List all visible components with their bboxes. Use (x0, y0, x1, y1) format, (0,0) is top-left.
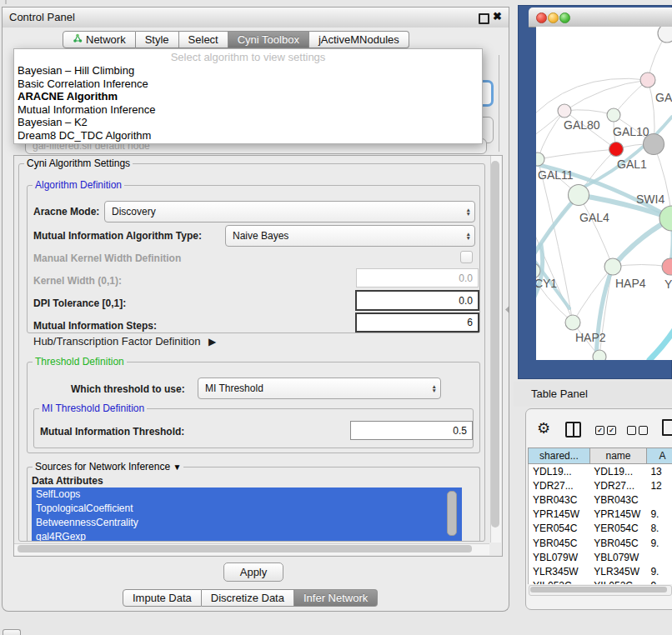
manual-kernel-checkbox[interactable] (460, 251, 473, 263)
network-node[interactable] (604, 258, 621, 275)
mi-type-combobox[interactable]: Naive Bayes ▲▼ (225, 225, 475, 247)
network-node[interactable] (558, 104, 571, 118)
table-row[interactable]: YLR345WYLR345W9. (529, 564, 672, 578)
node-label: GCY1 (536, 277, 557, 290)
algorithm-option-bayesian-hill-climbing[interactable]: Bayesian – Hill Climbing (14, 64, 482, 78)
column-header-name[interactable]: name (590, 448, 647, 464)
hub-section-toggle[interactable]: Hub/Transcription Factor Definition ▶ (33, 335, 216, 348)
tab-label: Cyni Toolbox (238, 33, 299, 46)
which-threshold-value: MI Threshold (198, 382, 263, 394)
network-node[interactable] (607, 108, 620, 122)
algorithm-option-basic-correlation-inference[interactable]: Basic Correlation Inference (14, 78, 482, 91)
table-horizontal-scrollbar-thumb[interactable] (530, 587, 667, 592)
tab-select[interactable]: Select (179, 31, 228, 48)
table-row[interactable]: YBR045CYBR045C9. (529, 536, 672, 550)
node-label: SWI4 (636, 192, 664, 206)
expanded-triangle-icon[interactable]: ▼ (173, 462, 181, 472)
collapsed-panel-icon[interactable] (3, 629, 21, 635)
network-edge[interactable] (649, 322, 672, 360)
document-icon[interactable] (662, 419, 672, 436)
table-cell: YBR045C (589, 536, 646, 550)
mi-threshold-label: Mutual Information Threshold: (40, 426, 184, 438)
tab-label: Discretize Data (211, 592, 284, 604)
which-threshold-combobox[interactable]: MI Threshold ▲▼ (198, 378, 441, 399)
tab-jactivemnodules[interactable]: jActiveMNodules (309, 31, 409, 48)
table-cell: YLR345W (589, 564, 646, 578)
network-edge[interactable] (564, 80, 648, 111)
network-edge[interactable] (538, 111, 564, 159)
table-row[interactable]: YIL052CYIL052C9 (529, 579, 672, 585)
tab-style[interactable]: Style (136, 31, 179, 48)
apply-button[interactable]: Apply (223, 562, 283, 582)
column-header-shared[interactable]: shared... (528, 448, 590, 464)
network-window-titlebar[interactable] (529, 8, 672, 28)
data-attribute-item[interactable]: TopologicalCoefficient (32, 502, 462, 516)
table-cell: YDR27... (589, 478, 646, 492)
split-columns-icon[interactable] (565, 422, 581, 438)
combo-arrows-icon: ▲▼ (466, 208, 471, 216)
network-edge[interactable] (579, 195, 613, 267)
table-row[interactable]: YBR043CYBR043C (529, 492, 672, 507)
dpi-tolerance-label: DPI Tolerance [0,1]: (33, 298, 126, 309)
network-icon (73, 33, 83, 46)
close-panel-icon[interactable]: ✖ (493, 10, 502, 22)
select-all-columns-icon[interactable]: ✓✓ (595, 426, 616, 435)
table-cell: YLR345W (529, 564, 589, 578)
dpi-tolerance-field[interactable]: 0.0 (355, 290, 479, 311)
control-panel-tabbar: NetworkStyleSelectCyni ToolboxjActiveMNo… (63, 31, 409, 48)
network-edge[interactable] (573, 267, 613, 322)
column-header-a[interactable]: A (647, 448, 672, 464)
mi-threshold-field[interactable]: 0.5 (350, 421, 473, 440)
network-edge[interactable] (538, 149, 616, 159)
app-edge-mark (5, 0, 7, 4)
mi-steps-field[interactable]: 6 (355, 312, 479, 332)
table-row[interactable]: YDR27...YDR27...12 (529, 478, 672, 492)
network-node[interactable] (565, 315, 580, 330)
float-panel-icon[interactable] (479, 13, 489, 24)
network-node[interactable] (640, 72, 655, 88)
control-panel-titlebar[interactable]: Control Panel ✖ (2, 7, 509, 28)
zoom-window-icon[interactable] (559, 12, 570, 23)
network-node[interactable] (609, 142, 624, 157)
sources-group-title: Sources for Network Inference ▼ (33, 461, 183, 472)
table-row[interactable]: YER054CYER054C8. (529, 522, 672, 536)
network-edge[interactable] (564, 110, 614, 115)
algorithm-option-mutual-information-inference[interactable]: Mutual Information Inference (14, 103, 482, 117)
table-row[interactable]: YDL19...YDL19...13 (529, 464, 672, 478)
tab-infer-network[interactable]: Infer Network (294, 589, 378, 607)
kernel-width-field[interactable]: 0.0 (356, 268, 479, 288)
data-attribute-item[interactable]: gal4RGexp (32, 530, 462, 541)
network-node[interactable] (569, 185, 589, 206)
network-node[interactable] (593, 350, 606, 360)
tab-impute-data[interactable]: Impute Data (123, 589, 202, 607)
deselect-all-columns-icon[interactable] (627, 426, 648, 435)
minimize-window-icon[interactable] (548, 12, 559, 23)
tab-network[interactable]: Network (63, 31, 136, 48)
settings-horizontal-scrollbar-thumb[interactable] (18, 545, 472, 552)
table-row[interactable]: YPR145WYPR145W9. (529, 508, 672, 522)
algorithm-option-dream8-dc-tdc-algorithm[interactable]: Dream8 DC_TDC Algorithm (14, 129, 482, 142)
close-window-icon[interactable] (536, 12, 547, 23)
tab-discretize-data[interactable]: Discretize Data (202, 589, 294, 607)
network-node[interactable] (658, 27, 672, 42)
table-cell: 9. (646, 564, 672, 578)
node-label: GAL10 (613, 125, 649, 138)
settings-vertical-scrollbar-thumb[interactable] (491, 161, 499, 528)
table-panel-titlebar: Table Panel (514, 382, 672, 407)
table-row[interactable]: YBL079WYBL079W (529, 550, 672, 564)
table-cell: YDL19... (589, 464, 646, 478)
network-node[interactable] (662, 258, 672, 275)
table-cell: 9. (646, 536, 672, 550)
node-label: GAL11 (538, 168, 574, 182)
table-cell: YER054C (529, 522, 589, 536)
gear-icon[interactable]: ⚙ (537, 419, 550, 438)
tab-cyni-toolbox[interactable]: Cyni Toolbox (228, 31, 309, 48)
network-canvas[interactable]: GALGAL80GAL10GAL1GAL11GAL4SWI4GCY1HAP4YH… (536, 27, 672, 360)
algorithm-option-bayesian-k2[interactable]: Bayesian – K2 (14, 116, 482, 129)
data-attribute-item[interactable]: BetweennessCentrality (32, 516, 462, 530)
aracne-mode-combobox[interactable]: Discovery ▲▼ (104, 201, 475, 222)
algorithm-options-list: Bayesian – Hill ClimbingBasic Correlatio… (14, 64, 482, 142)
algorithm-option-aracne-algorithm[interactable]: ARACNE Algorithm (14, 90, 482, 103)
data-attribute-item[interactable]: SelfLoops (32, 488, 462, 502)
attributes-scrollbar-thumb[interactable] (447, 491, 457, 536)
